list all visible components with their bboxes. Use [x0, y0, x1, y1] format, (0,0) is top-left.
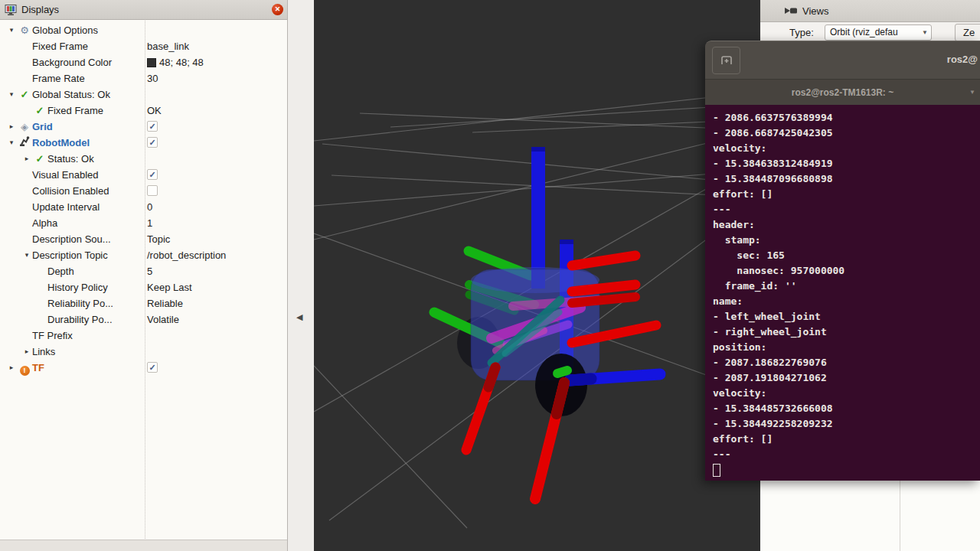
- tree-label: TF: [32, 362, 44, 373]
- terminal-line: - 2086.6637576389994: [713, 110, 980, 126]
- terminal-line: position:: [713, 340, 980, 355]
- terminal-line: - 15.384638312484919: [713, 156, 980, 171]
- expander-down-icon[interactable]: ▾: [6, 86, 17, 103]
- expander-right-icon[interactable]: ▸: [6, 360, 17, 376]
- tree-label: History Policy: [47, 282, 108, 293]
- tree-label: Alpha: [32, 217, 57, 229]
- tree-row-visual-enabled[interactable]: Visual Enabled✓: [0, 167, 287, 183]
- terminal-titlebar[interactable]: ros2@: [705, 41, 980, 79]
- terminal-window-title: ros2@: [947, 54, 978, 65]
- terminal-line: velocity:: [713, 141, 980, 156]
- color-swatch: [147, 58, 156, 67]
- zero-button[interactable]: Ze: [955, 24, 980, 41]
- tree-row-collision-enabled[interactable]: Collision Enabled: [0, 183, 287, 199]
- terminal-window[interactable]: ros2@ ros2@ros2-TM1613R: ~ ▼ - 2086.6637…: [705, 41, 980, 481]
- tree-value[interactable]: 30: [147, 70, 158, 86]
- tree-row-durability-po[interactable]: Durability Po...Volatile: [0, 311, 287, 328]
- expander-right-icon[interactable]: ▸: [6, 119, 17, 135]
- tree-value[interactable]: OK: [147, 103, 162, 119]
- checkbox-visual-enabled[interactable]: ✓: [147, 169, 158, 180]
- tree-value[interactable]: /robot_description: [147, 247, 226, 263]
- tree-row-alpha[interactable]: Alpha1: [0, 215, 287, 231]
- tree-label: Grid: [32, 121, 53, 132]
- terminal-line: effort: []: [713, 187, 980, 202]
- terminal-line: - 2086.6687425042305: [713, 126, 980, 141]
- terminal-line: ---: [713, 202, 980, 217]
- tab-list-chevron-icon[interactable]: ▼: [969, 89, 975, 96]
- check-icon: ✓: [17, 86, 32, 103]
- terminal-tab-bar[interactable]: ros2@ros2-TM1613R: ~ ▼: [705, 79, 980, 105]
- grid-icon: ◈: [17, 119, 32, 135]
- tree-row-links[interactable]: ▸Links: [0, 344, 287, 360]
- views-panel-titlebar[interactable]: Views: [760, 0, 980, 22]
- tree-row-fixed-frame[interactable]: ✓Fixed FrameOK: [0, 103, 287, 119]
- tree-value[interactable]: Volatile: [147, 311, 179, 328]
- tree-row-description-topic[interactable]: ▾Description Topic/robot_description: [0, 247, 287, 263]
- tree-label: Collision Enabled: [32, 185, 109, 197]
- terminal-line: frame_id: '': [713, 279, 980, 294]
- checkbox-grid[interactable]: ✓: [147, 121, 158, 132]
- tree-row-fixed-frame[interactable]: Fixed Framebase_link: [0, 38, 287, 54]
- tree-row-grid[interactable]: ▸◈Grid✓: [0, 119, 287, 135]
- tree-row-status-ok[interactable]: ▸✓Status: Ok: [0, 151, 287, 167]
- close-icon[interactable]: ✕: [272, 4, 283, 15]
- tree-label: Description Topic: [32, 249, 108, 261]
- tree-value[interactable]: base_link: [147, 38, 189, 54]
- expander-down-icon[interactable]: ▾: [6, 135, 17, 151]
- tree-value[interactable]: 48; 48; 48: [147, 54, 204, 70]
- tree-row-global-status-ok[interactable]: ▾✓Global Status: Ok: [0, 86, 287, 103]
- check-icon: ✓: [32, 103, 47, 119]
- tree-label: Background Color: [32, 57, 112, 68]
- expander-down-icon[interactable]: ▾: [21, 247, 32, 263]
- tree-row-global-options[interactable]: ▾⚙Global Options: [0, 22, 287, 38]
- terminal-line: - 2087.186822769076: [713, 355, 980, 370]
- tree-value[interactable]: 5: [147, 263, 152, 279]
- check-icon: ✓: [32, 151, 47, 167]
- robot-model: [434, 147, 660, 499]
- tree-label: Frame Rate: [32, 73, 85, 84]
- tree-row-update-interval[interactable]: Update Interval0: [0, 199, 287, 215]
- tree-value[interactable]: 1: [147, 215, 152, 231]
- terminal-line: effort: []: [713, 432, 980, 447]
- displays-panel-titlebar[interactable]: Displays ✕: [0, 0, 287, 20]
- tree-value[interactable]: Reliable: [147, 295, 183, 311]
- tree-value[interactable]: 0: [147, 199, 152, 215]
- collapse-panel-icon[interactable]: ◀: [296, 312, 302, 322]
- render-viewport[interactable]: [314, 0, 760, 551]
- tree-row-background-color[interactable]: Background Color48; 48; 48: [0, 54, 287, 70]
- displays-column-divider[interactable]: [145, 21, 145, 539]
- checkbox-tf[interactable]: ✓: [147, 362, 158, 373]
- tree-row-description-sou[interactable]: Description Sou...Topic: [0, 231, 287, 247]
- views-type-dropdown[interactable]: Orbit (rviz_defau▼: [825, 24, 932, 41]
- terminal-output[interactable]: - 2086.6637576389994- 2086.6687425042305…: [705, 105, 980, 481]
- displays-horizontal-scrollbar[interactable]: [0, 540, 287, 551]
- new-tab-button[interactable]: [712, 47, 740, 74]
- terminal-tab-title[interactable]: ros2@ros2-TM1613R: ~: [792, 87, 893, 98]
- terminal-line: - 2087.191804271062: [713, 370, 980, 386]
- displays-panel: Displays ✕ ▾⚙Global OptionsFixed Frameba…: [0, 0, 288, 551]
- displays-tree: ▾⚙Global OptionsFixed Framebase_linkBack…: [0, 22, 287, 376]
- tree-row-robotmodel[interactable]: ▾RobotModel✓: [0, 135, 287, 151]
- tree-value[interactable]: Topic: [147, 231, 170, 247]
- tree-row-reliability-po[interactable]: Reliability Po...Reliable: [0, 295, 287, 311]
- terminal-line: name:: [713, 294, 980, 309]
- tree-row-tf-prefix[interactable]: TF Prefix: [0, 328, 287, 344]
- expander-right-icon[interactable]: ▸: [21, 344, 32, 360]
- tree-label: Depth: [47, 266, 74, 277]
- panel-splitter[interactable]: ◀: [289, 0, 314, 551]
- tree-label: TF Prefix: [32, 330, 73, 341]
- tree-row-history-policy[interactable]: History PolicyKeep Last: [0, 279, 287, 295]
- tree-label: Update Interval: [32, 201, 100, 213]
- expander-down-icon[interactable]: ▾: [6, 22, 17, 38]
- expander-right-icon[interactable]: ▸: [21, 151, 32, 167]
- terminal-line: stamp:: [713, 233, 980, 248]
- checkbox-collision-enabled[interactable]: [147, 185, 158, 196]
- warning-icon: !: [17, 360, 32, 376]
- tree-row-depth[interactable]: Depth5: [0, 263, 287, 279]
- tree-row-tf[interactable]: ▸!TF✓: [0, 360, 287, 376]
- checkbox-robotmodel[interactable]: ✓: [147, 137, 158, 148]
- tree-value[interactable]: Keep Last: [147, 279, 192, 295]
- terminal-line: velocity:: [713, 386, 980, 401]
- tree-row-frame-rate[interactable]: Frame Rate30: [0, 70, 287, 86]
- tree-label: Fixed Frame: [47, 105, 103, 116]
